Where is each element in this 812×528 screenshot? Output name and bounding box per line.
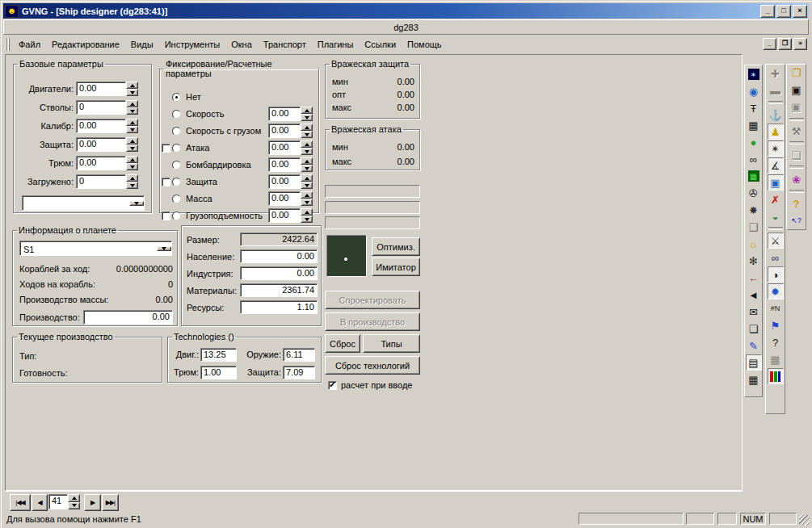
planets-icon[interactable]: ● xyxy=(746,134,762,150)
sound-icon[interactable]: ◑ xyxy=(768,266,784,283)
control-panel-icon[interactable]: ▤ xyxy=(746,354,762,371)
menu-item-1[interactable]: Файл xyxy=(13,38,46,51)
basic-field-input-2[interactable]: 0 xyxy=(76,100,138,115)
numbers-icon[interactable]: #N xyxy=(768,300,784,316)
cannon-icon[interactable]: ∡ xyxy=(768,157,784,174)
nav-spin-down[interactable] xyxy=(68,502,80,510)
gears-icon[interactable]: ✻ xyxy=(746,253,762,269)
fixed-param-input-5-value[interactable]: 0.00 xyxy=(268,157,301,172)
nav-first-button[interactable]: |◀◀ xyxy=(10,494,31,511)
ship-drill-icon[interactable]: Ŧ xyxy=(746,100,762,116)
binoculars-icon[interactable]: ∞ xyxy=(746,151,762,167)
fixed-param-checkbox[interactable] xyxy=(162,178,170,186)
basic-field-input-1[interactable]: 0.00 xyxy=(76,82,138,96)
fixed-param-input-4-value[interactable]: 0.00 xyxy=(268,140,301,155)
basic-field-input-6-value[interactable]: 0 xyxy=(76,174,126,189)
tech-field-input[interactable]: 7.09 xyxy=(283,366,315,379)
menu-item-5[interactable]: Окна xyxy=(225,38,258,51)
fixed-param-input-5[interactable]: 0.00 xyxy=(268,157,313,172)
combobox-dropdown-button[interactable] xyxy=(129,201,144,206)
planet-field-input[interactable]: 0.00 xyxy=(240,249,318,263)
wrench-icon[interactable]: ⚒ xyxy=(789,124,805,140)
basic-field-input-2-spinner[interactable] xyxy=(126,100,138,115)
fixed-param-input-4-spinner[interactable] xyxy=(301,140,313,155)
fixed-param-radio[interactable] xyxy=(172,195,181,203)
windows-stack-icon[interactable]: ❏ xyxy=(746,321,762,337)
fixed-param-radio[interactable] xyxy=(172,144,181,153)
bomb-icon[interactable]: ✸ xyxy=(746,202,762,218)
nav-prev-button[interactable]: ◀ xyxy=(32,494,48,511)
fixed-param-input-7-spin-down[interactable] xyxy=(301,199,313,206)
context-help-icon[interactable]: ↖? xyxy=(789,212,805,228)
basic-field-input-2-value[interactable]: 0 xyxy=(76,100,126,115)
fixed-param-input-5-spin-down[interactable] xyxy=(301,165,313,172)
fixed-param-radio[interactable] xyxy=(172,161,181,170)
race-panel-icon[interactable]: ▦ xyxy=(746,168,762,184)
hull-icon[interactable]: ⚓ xyxy=(768,107,784,123)
resize-grip[interactable] xyxy=(799,515,810,526)
basic-field-input-1-spin-up[interactable] xyxy=(126,82,138,89)
dashboard-icon[interactable]: ◒ xyxy=(768,208,784,224)
keyboard-icon[interactable]: ▦ xyxy=(746,371,762,388)
menu-item-6[interactable]: Транспорт xyxy=(258,38,312,51)
basic-field-input-1-spin-down[interactable] xyxy=(126,89,138,96)
cancel-search-icon[interactable]: ✗ xyxy=(768,191,784,207)
fixed-param-radio[interactable] xyxy=(172,178,181,186)
basic-field-input-4-value[interactable]: 0.00 xyxy=(76,137,126,152)
fixed-param-input-5-spinner[interactable] xyxy=(301,157,313,172)
basic-field-input-1-value[interactable]: 0.00 xyxy=(76,82,126,96)
maximize-button[interactable]: □ xyxy=(776,5,791,18)
fixed-param-input-3[interactable]: 0.00 xyxy=(268,124,313,138)
fixed-param-input-8-value[interactable]: 0.00 xyxy=(268,208,301,223)
fixed-param-input-2-spin-up[interactable] xyxy=(301,107,313,114)
fixed-param-radio[interactable] xyxy=(172,93,181,102)
basic-field-input-5-spin-down[interactable] xyxy=(126,163,138,170)
basic-field-input-5[interactable]: 0.00 xyxy=(76,156,138,170)
fixed-param-checkbox[interactable] xyxy=(162,144,170,153)
reset-button[interactable]: Сброс xyxy=(325,334,360,353)
mdi-close-button[interactable]: × xyxy=(793,38,807,50)
basic-field-input-4-spin-up[interactable] xyxy=(126,137,138,145)
bug-icon[interactable]: ✹ xyxy=(768,283,784,300)
fixed-param-checkbox[interactable] xyxy=(162,212,170,220)
basic-field-input-6-spinner[interactable] xyxy=(126,174,138,189)
basic-field-input-3-value[interactable]: 0.00 xyxy=(76,119,126,133)
tech-field-input[interactable]: 1.00 xyxy=(200,366,237,379)
calc-on-input-checkbox[interactable] xyxy=(328,381,337,390)
fixed-param-input-7-spinner[interactable] xyxy=(301,191,313,206)
tech-field-input[interactable]: 6.11 xyxy=(283,348,315,362)
fixed-param-input-3-value[interactable]: 0.00 xyxy=(268,124,301,138)
starmap-icon[interactable]: ✶ xyxy=(746,66,762,82)
basic-field-input-1-spinner[interactable] xyxy=(126,82,138,96)
fixed-param-input-3-spin-up[interactable] xyxy=(301,124,313,131)
fixed-param-input-2-spinner[interactable] xyxy=(301,107,313,121)
fixed-param-input-2-spin-down[interactable] xyxy=(301,114,313,121)
planet-field-input[interactable]: 0.00 xyxy=(240,266,318,280)
nav-last-button[interactable]: ▶▶| xyxy=(102,494,119,511)
basic-field-input-4-spinner[interactable] xyxy=(126,137,138,152)
fixed-param-input-3-spin-down[interactable] xyxy=(301,131,313,138)
menu-item-2[interactable]: Редактирование xyxy=(46,38,125,51)
fixed-param-input-6[interactable]: 0.00 xyxy=(268,174,313,189)
menu-item-4[interactable]: Инструменты xyxy=(159,38,226,51)
menu-item-9[interactable]: Помощь xyxy=(402,38,448,51)
camera-icon[interactable]: ✇ xyxy=(746,185,762,201)
planet-field-input[interactable]: 1.10 xyxy=(240,300,318,314)
grid-icon[interactable]: ▦ xyxy=(768,351,784,367)
globe-icon[interactable]: ◉ xyxy=(746,83,762,99)
basic-field-input-2-spin-up[interactable] xyxy=(126,100,138,107)
rgb-bars-icon[interactable] xyxy=(768,368,784,384)
fixed-param-input-6-value[interactable]: 0.00 xyxy=(268,174,301,189)
mail-icon[interactable]: ✉ xyxy=(746,304,762,320)
hull-combobox[interactable] xyxy=(22,195,145,211)
basic-field-input-5-spinner[interactable] xyxy=(126,156,138,170)
fixed-param-input-6-spinner[interactable] xyxy=(301,174,313,189)
mdi-minimize-button[interactable]: _ xyxy=(763,38,776,50)
basic-field-input-3-spin-up[interactable] xyxy=(126,119,138,126)
menu-item-3[interactable]: Виды xyxy=(125,38,159,51)
menu-item-7[interactable]: Плагины xyxy=(312,38,360,51)
close-button[interactable]: × xyxy=(793,5,807,18)
idea-bulb-icon[interactable]: ☼ xyxy=(746,236,762,252)
fixed-param-radio[interactable] xyxy=(172,212,181,220)
basic-field-input-6[interactable]: 0 xyxy=(76,174,138,189)
